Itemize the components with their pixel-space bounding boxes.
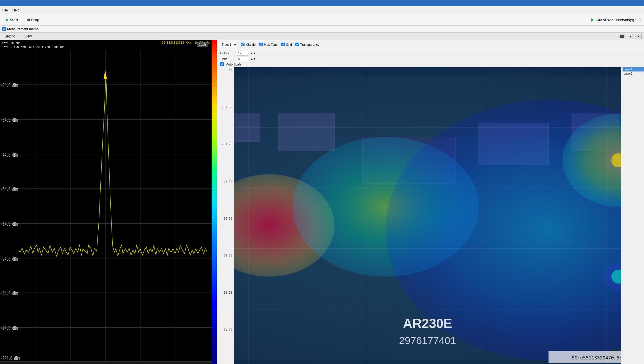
intervals-value: 3: [639, 18, 641, 22]
autoscale-label: Auto Scale: [226, 63, 241, 66]
settings-tab[interactable]: Setting: [2, 34, 17, 39]
color-scale: [212, 40, 217, 364]
svg-text:-104.0 dBm: -104.0 dBm: [1, 355, 20, 361]
colors-label: Colors: [220, 51, 234, 55]
ticks-spinners: ▲▼: [251, 57, 256, 60]
file-menu[interactable]: File: [2, 8, 8, 12]
scale-label-4: -64.38: [217, 217, 233, 220]
spectrum-canvas: -24.0 dBm -34.0 dBm -44.0 dBm -54.0 dBm …: [0, 50, 212, 362]
play-icon: [6, 18, 9, 22]
trace-select-group: Trace1: [219, 42, 237, 47]
trace-select[interactable]: Trace1: [219, 42, 237, 47]
intervals-label: Intervals(s) :: [616, 18, 636, 22]
start-button[interactable]: Start: [3, 17, 21, 23]
heatmap-image: AR230E 2976177401 SG:e55113320470 550000…: [234, 67, 621, 364]
memo-bar: Measurement memo: [0, 26, 644, 33]
menu-bar: File Help: [0, 6, 644, 14]
svg-text:-84.0 dBm: -84.0 dBm: [1, 290, 18, 297]
svg-rect-0: [0, 50, 212, 362]
svg-text:-64.0 dBm: -64.0 dBm: [1, 221, 18, 227]
heatmap-controls: Colors ▲▼ Ticks ▲▼ Auto Scale: [217, 49, 644, 68]
toolbar: Start Stop AutoExec Intervals(s) : 3: [0, 14, 644, 26]
stop-button[interactable]: Stop: [25, 17, 42, 23]
memo-checkbox-label[interactable]: Measurement memo: [2, 27, 39, 31]
float-toolbar: ⬛ ▾ ✕: [618, 34, 642, 39]
scale-checkbox[interactable]: [241, 43, 245, 46]
settings-bar: Setting View: [0, 33, 644, 40]
autoexec-section: AutoExec Intervals(s) : 3: [591, 18, 641, 22]
view-tab[interactable]: View: [22, 34, 34, 39]
scale-label-6: -68.13: [217, 291, 233, 294]
transparency-checkbox[interactable]: [295, 43, 299, 46]
stop-label: Stop: [31, 18, 39, 22]
svg-text:-24.0 dBm: -24.0 dBm: [1, 82, 18, 89]
main-content: Att: 10 dBi Ref: -14.0 dBm SWT: 20 s VBW…: [0, 40, 644, 364]
scale-label: XScale: [241, 43, 256, 46]
autoscale-row: Auto Scale: [220, 62, 641, 66]
scale-label-5: -66.25: [217, 254, 233, 257]
start-label: Start: [10, 18, 18, 22]
svg-text:2976177401: 2976177401: [399, 335, 456, 346]
layer1-item[interactable]: Layer1: [623, 67, 644, 71]
colors-input[interactable]: [237, 51, 248, 55]
grid-checkbox[interactable]: [281, 43, 285, 46]
map-type-text: Map Type: [264, 43, 278, 46]
map-type-checkbox[interactable]: [259, 43, 263, 46]
conf-button[interactable]: Conf▾: [197, 42, 208, 47]
colors-spinners: ▲▼: [251, 52, 256, 55]
title-bar: [0, 0, 644, 6]
spectrum-bottom-bar: 65.95 MHz 61 pts 175.05 MHz: [0, 362, 212, 364]
svg-text:-34.0 dBm: -34.0 dBm: [1, 117, 18, 123]
ticks-row: Ticks ▲▼: [220, 57, 641, 61]
colors-row: Colors ▲▼: [220, 51, 641, 55]
float-btn-2[interactable]: ▾: [628, 34, 633, 39]
heatmap-panel: Trace1 XScale Map Type Grid Transparency: [217, 40, 644, 364]
svg-text:AR230E: AR230E: [403, 316, 452, 331]
scale-label-0: -50: [217, 68, 233, 71]
grid-text: Grid: [286, 43, 292, 46]
scale-label-7: -71.19: [217, 328, 233, 331]
layer2-item[interactable]: Layer2: [623, 71, 644, 76]
autoexec-label: AutoExec: [596, 18, 613, 22]
att-info: Att: 10 dBi: [2, 41, 64, 45]
scale-label-1: -51.88: [217, 106, 233, 109]
stop-icon: [27, 19, 30, 21]
float-btn-1[interactable]: ⬛: [618, 34, 626, 39]
color-gradient: [212, 40, 217, 364]
map-type-group: Map Type: [259, 43, 278, 46]
spectrum-panel: Att: 10 dBi Ref: -14.0 dBm SWT: 20 s VBW…: [0, 40, 212, 364]
help-menu[interactable]: Help: [12, 8, 19, 12]
memo-checkbox[interactable]: [2, 27, 6, 31]
memo-label: Measurement memo: [7, 27, 39, 31]
transparency-text: Transparency: [300, 43, 319, 46]
ticks-input[interactable]: [237, 57, 248, 61]
svg-text:SG:e55113320470  5500003797 RE: SG:e55113320470 5500003797 REV:0: [572, 355, 621, 361]
heatmap-scale: -50 -51.88 -53.75 -55.63 -64.38 -66.25 -…: [217, 67, 234, 364]
svg-text:-44.0 dBm: -44.0 dBm: [1, 151, 18, 158]
autoscale-checkbox[interactable]: [220, 62, 224, 66]
layer-legend: Layer1 Layer2: [623, 67, 644, 76]
svg-text:-74.0 dBm: -74.0 dBm: [1, 255, 18, 262]
svg-text:-54.0 dBm: -54.0 dBm: [1, 186, 18, 193]
autoexec-play-icon: [591, 18, 594, 22]
scale-label-2: -53.75: [217, 143, 233, 146]
heatmap-toolbar: Trace1 XScale Map Type Grid Transparency: [217, 40, 644, 49]
svg-text:-94.0 dBm: -94.0 dBm: [1, 325, 18, 331]
transparency-group: Transparency: [295, 43, 319, 46]
scale-label-3: -55.63: [217, 180, 233, 183]
ticks-label: Ticks: [220, 57, 234, 61]
scale-text: XScale: [246, 43, 256, 46]
ref-info: Ref: -14.0 dBm SWT: 20 s VBW: 101 Hz: [2, 45, 64, 49]
float-close[interactable]: ✕: [635, 34, 642, 39]
grid-group: Grid: [281, 43, 292, 46]
